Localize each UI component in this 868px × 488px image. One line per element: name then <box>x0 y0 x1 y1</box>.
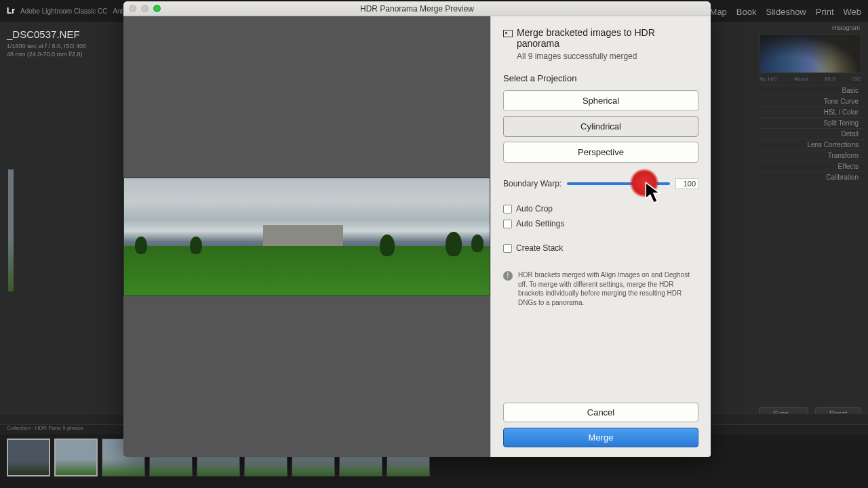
cancel-button[interactable]: Cancel <box>503 403 698 422</box>
hdr-panorama-dialog: HDR Panorama Merge Preview Merge bracket… <box>123 1 711 457</box>
file-meta1: 1/1600 sec at f / 8.0, ISO 400 <box>7 43 115 51</box>
left-panel: _DSC0537.NEF 1/1600 sec at f / 8.0, ISO … <box>7 28 115 58</box>
auto-settings-label: Auto Settings <box>516 219 564 228</box>
tab-book[interactable]: Book <box>736 7 757 17</box>
preview-pane <box>123 16 490 457</box>
panel-basic[interactable]: Basic <box>757 85 864 96</box>
projection-cylindrical[interactable]: Cylindrical <box>503 116 698 137</box>
panel-transform[interactable]: Transform <box>757 150 864 161</box>
tab-map[interactable]: Map <box>710 7 727 17</box>
panorama-icon <box>503 30 513 37</box>
file-meta2: 48 mm (24.0-70.0 mm f/2.8) <box>7 51 115 59</box>
app-product: Adobe Lightroom Classic CC <box>20 7 107 15</box>
auto-crop-row[interactable]: Auto Crop <box>503 204 698 214</box>
boundary-warp-value[interactable]: 100 <box>675 178 698 189</box>
panel-lens[interactable]: Lens Corrections <box>757 139 864 150</box>
panel-detail[interactable]: Detail <box>757 128 864 139</box>
options-panel: Merge bracketed images to HDR panorama A… <box>490 16 711 457</box>
file-name: _DSC0537.NEF <box>7 28 115 40</box>
boundary-warp-label: Boundary Warp: <box>503 179 561 188</box>
projection-perspective[interactable]: Perspective <box>503 142 698 163</box>
info-text: HDR brackets merged with Align Images on… <box>518 270 698 307</box>
tab-slideshow[interactable]: Slideshow <box>766 7 806 17</box>
right-panel: Histogram No H/C About f/8.0 ISO Basic T… <box>757 24 864 182</box>
auto-settings-row[interactable]: Auto Settings <box>503 219 698 228</box>
create-stack-checkbox[interactable] <box>503 244 512 253</box>
window-title: HDR Panorama Merge Preview <box>123 4 711 14</box>
titlebar: HDR Panorama Merge Preview <box>123 1 711 16</box>
create-stack-label: Create Stack <box>516 243 563 253</box>
merge-status: All 9 images successfully merged <box>517 52 698 61</box>
thumb-1[interactable] <box>7 439 50 476</box>
auto-crop-label: Auto Crop <box>516 204 553 214</box>
histogram-info: No H/C About f/8.0 ISO <box>757 76 864 85</box>
histogram-label: Histogram <box>757 24 864 31</box>
panel-split[interactable]: Split Toning <box>757 117 864 128</box>
app-logo: Lr <box>7 6 15 16</box>
panel-effects[interactable]: Effects <box>757 161 864 171</box>
panel-calibration[interactable]: Calibration <box>757 171 864 182</box>
projection-spherical[interactable]: Spherical <box>503 90 698 111</box>
bg-preview-sliver <box>8 169 14 291</box>
panel-tonecurve[interactable]: Tone Curve <box>757 96 864 106</box>
boundary-warp-row: Boundary Warp: 100 <box>503 178 698 189</box>
tab-print[interactable]: Print <box>816 7 834 17</box>
histogram <box>760 34 861 73</box>
tab-web[interactable]: Web <box>844 7 862 17</box>
projection-label: Select a Projection <box>503 73 698 83</box>
info-icon: ! <box>503 271 513 281</box>
merge-heading: Merge bracketed images to HDR panorama <box>517 27 698 49</box>
panorama-preview <box>123 178 490 296</box>
module-tabs: op Map Book Slideshow Print Web <box>690 7 861 17</box>
merge-button[interactable]: Merge <box>503 428 698 447</box>
create-stack-row[interactable]: Create Stack <box>503 243 698 253</box>
panel-hsl[interactable]: HSL / Color <box>757 106 864 117</box>
cursor-icon <box>644 182 663 207</box>
info-note: ! HDR brackets merged with Align Images … <box>503 270 698 307</box>
auto-crop-checkbox[interactable] <box>503 205 512 214</box>
thumb-2[interactable] <box>54 439 98 476</box>
auto-settings-checkbox[interactable] <box>503 220 512 228</box>
